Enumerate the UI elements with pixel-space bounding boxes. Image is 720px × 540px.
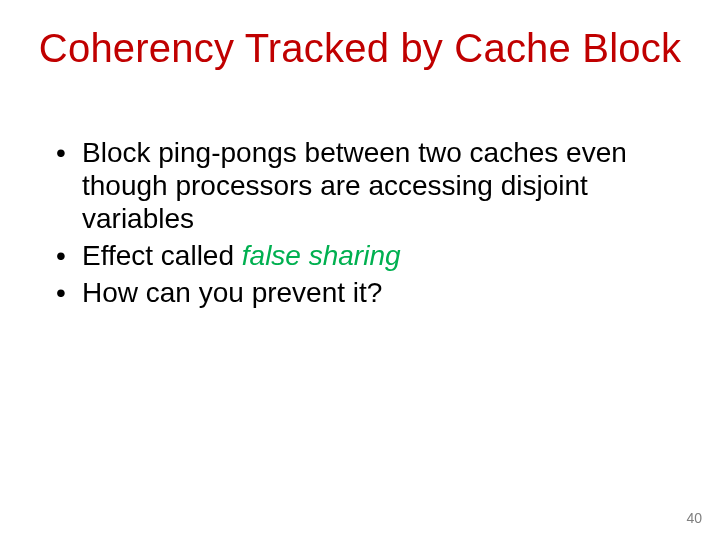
- bullet-item: Block ping-pongs between two caches even…: [54, 136, 666, 235]
- slide-body: Block ping-pongs between two caches even…: [54, 136, 666, 313]
- bullet-text-pre: Effect called: [82, 240, 242, 271]
- slide: Coherency Tracked by Cache Block Block p…: [0, 0, 720, 540]
- bullet-text-em: false sharing: [242, 240, 401, 271]
- page-number: 40: [686, 510, 702, 526]
- slide-title: Coherency Tracked by Cache Block: [0, 26, 720, 71]
- bullet-text-pre: Block ping-pongs between two caches even…: [82, 137, 627, 234]
- bullet-text-pre: How can you prevent it?: [82, 277, 382, 308]
- bullet-list: Block ping-pongs between two caches even…: [54, 136, 666, 309]
- bullet-item: How can you prevent it?: [54, 276, 666, 309]
- bullet-item: Effect called false sharing: [54, 239, 666, 272]
